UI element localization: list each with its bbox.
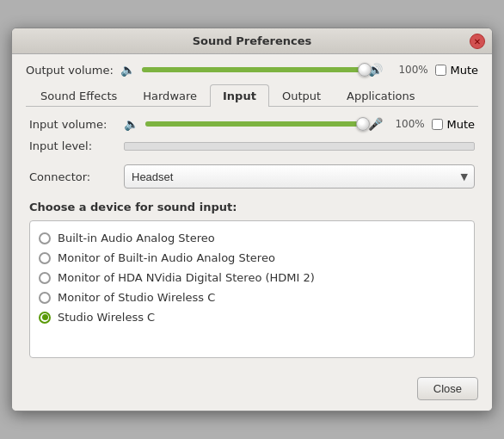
radio-builtin-analog[interactable] — [39, 232, 51, 244]
radio-monitor-hda[interactable] — [39, 272, 51, 284]
tabs-bar: Sound Effects Hardware Input Output Appl… — [26, 83, 478, 107]
device-name-monitor-studio: Monitor of Studio Wireless C — [58, 291, 215, 304]
output-volume-row: Output volume: 🔈 🔊 100% Mute — [26, 63, 478, 77]
output-volume-fill — [142, 67, 365, 72]
connector-row: Connector: Headset Microphone Line In ▼ — [29, 164, 475, 189]
tab-hardware[interactable]: Hardware — [130, 84, 210, 107]
device-name-studio-wireless: Studio Wireless C — [58, 311, 155, 324]
device-item-monitor-studio[interactable]: Monitor of Studio Wireless C — [35, 288, 469, 307]
connector-label: Connector: — [29, 170, 124, 183]
input-volume-label: Input volume: — [29, 118, 124, 131]
close-button[interactable]: Close — [417, 377, 478, 400]
output-volume-label: Output volume: — [26, 64, 120, 77]
input-tab-content: Input volume: 🔈 🎤 100% Mute Input l — [26, 117, 478, 358]
connector-select[interactable]: Headset Microphone Line In — [124, 164, 475, 189]
input-level-label: Input level: — [29, 139, 124, 152]
titlebar: Sound Preferences ✕ — [12, 28, 492, 54]
radio-dot-studio-wireless — [42, 314, 48, 320]
output-mute-label: Mute — [450, 64, 478, 77]
input-level-row: Input level: — [29, 139, 475, 152]
tab-sound-effects[interactable]: Sound Effects — [28, 84, 130, 107]
output-volume-slider-container: 🔈 🔊 — [120, 63, 386, 77]
output-mute-area: Mute — [435, 64, 478, 77]
input-volume-slider-container: 🔈 🎤 — [124, 117, 383, 131]
input-volume-percent: 100% — [395, 118, 425, 130]
input-mute-area: Mute — [432, 118, 475, 131]
device-list-box: Built-in Audio Analog Stereo Monitor of … — [29, 220, 475, 358]
device-name-monitor-hda: Monitor of HDA NVidia Digital Stereo (HD… — [58, 271, 315, 284]
volume-low-icon: 🔈 — [120, 63, 135, 77]
window-title: Sound Preferences — [193, 34, 312, 47]
sound-preferences-window: Sound Preferences ✕ Output volume: 🔈 🔊 1… — [11, 28, 493, 411]
top-content: Output volume: 🔈 🔊 100% Mute Sound Effec… — [12, 54, 492, 370]
device-name-builtin-analog: Built-in Audio Analog Stereo — [58, 232, 215, 244]
output-volume-track[interactable] — [142, 67, 365, 72]
device-item-monitor-hda[interactable]: Monitor of HDA NVidia Digital Stereo (HD… — [35, 268, 469, 288]
device-item-studio-wireless[interactable]: Studio Wireless C — [35, 307, 469, 327]
input-volume-row: Input volume: 🔈 🎤 100% Mute — [29, 117, 475, 131]
input-mute-label: Mute — [446, 118, 475, 131]
input-volume-low-icon: 🔈 — [124, 117, 138, 131]
device-name-monitor-builtin: Monitor of Built-in Audio Analog Stereo — [58, 251, 275, 264]
device-item-monitor-builtin[interactable]: Monitor of Built-in Audio Analog Stereo — [35, 248, 469, 268]
input-volume-fill — [145, 121, 363, 127]
microphone-icon: 🎤 — [368, 117, 383, 131]
footer: Close — [12, 370, 492, 411]
tab-output[interactable]: Output — [269, 84, 334, 107]
output-volume-percent: 100% — [398, 64, 428, 76]
input-level-bar — [124, 142, 475, 151]
tab-applications[interactable]: Applications — [334, 84, 427, 107]
tab-input[interactable]: Input — [210, 84, 269, 107]
output-mute-checkbox[interactable] — [435, 65, 446, 76]
device-item-builtin-analog[interactable]: Built-in Audio Analog Stereo — [35, 228, 469, 248]
input-volume-track[interactable] — [145, 121, 363, 127]
device-section-label: Choose a device for sound input: — [29, 201, 475, 213]
radio-monitor-builtin[interactable] — [39, 252, 51, 264]
input-mute-checkbox[interactable] — [432, 119, 443, 130]
connector-select-wrapper: Headset Microphone Line In ▼ — [124, 164, 475, 189]
radio-monitor-studio[interactable] — [39, 292, 51, 304]
radio-studio-wireless[interactable] — [39, 312, 51, 324]
window-close-button[interactable]: ✕ — [470, 34, 485, 49]
